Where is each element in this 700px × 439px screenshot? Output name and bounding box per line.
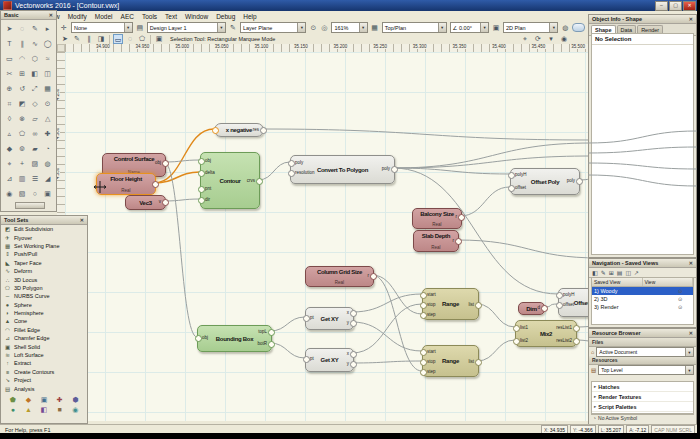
- basic-tool-icon-24[interactable]: ◊: [3, 111, 16, 126]
- zoom-tool-icon[interactable]: ◎: [320, 23, 328, 33]
- port-out-v[interactable]: [162, 199, 169, 206]
- node-column-grid-size[interactable]: Column Grid SizeRealr: [305, 266, 374, 287]
- basic-tool-icon-45[interactable]: ▧: [16, 186, 29, 201]
- rotation-field[interactable]: ∠ 0.00°▾: [450, 22, 489, 33]
- port-in-dir[interactable]: [198, 197, 205, 204]
- basic-tool-icon-26[interactable]: ▱: [29, 111, 42, 126]
- basic-palette-header[interactable]: Basic ✕: [1, 11, 56, 20]
- port-in-offset[interactable]: [508, 185, 515, 192]
- toolset-item-hemisphere[interactable]: ◗Hemisphere: [1, 309, 87, 317]
- toolset-group-icon-0[interactable]: ⬟: [5, 395, 21, 405]
- toolset-item-edit-subdivision[interactable]: ◩Edit Subdivision: [1, 225, 87, 233]
- basic-tool-icon-23[interactable]: ⊙: [41, 96, 54, 111]
- port-out-d[interactable]: [541, 305, 548, 312]
- zoom-level-dropdown[interactable]: 161%▾: [331, 22, 367, 33]
- port-in-polyH[interactable]: [508, 172, 515, 179]
- grid-icon[interactable]: ▦: [371, 23, 379, 33]
- class-dropdown[interactable]: None▾: [71, 22, 133, 33]
- nav-tool-icon-1[interactable]: ✎: [601, 269, 606, 276]
- port-in-offset[interactable]: [556, 302, 563, 309]
- port-out-list[interactable]: [475, 302, 482, 309]
- node-range-1[interactable]: Rangestartstopsteplist: [422, 288, 479, 320]
- toolset-group-icon-6[interactable]: ▲: [21, 405, 37, 415]
- port-out-resList1[interactable]: [573, 325, 580, 332]
- port-in-stop[interactable]: [420, 359, 427, 366]
- port-out-r[interactable]: [455, 238, 462, 245]
- saved-views-columns[interactable]: Saved ViewView: [592, 278, 693, 287]
- toolset-item-sphere[interactable]: ●Sphere: [1, 301, 87, 309]
- port-out-obj[interactable]: [162, 160, 169, 167]
- toolset-group-icon-4[interactable]: ⬢: [67, 395, 83, 405]
- polygon-marquee-icon[interactable]: ⬠: [137, 34, 147, 44]
- node-convert-to-polygon[interactable]: Convert To Polygonpolyresolutionpoly: [290, 155, 395, 184]
- basic-tool-icon-12[interactable]: ✂: [3, 66, 16, 81]
- minimize-button[interactable]: ‒: [655, 1, 668, 11]
- node-floor-height[interactable]: Floor HeightReal: [96, 173, 156, 195]
- basic-tool-icon-2[interactable]: ✎: [29, 21, 42, 36]
- basic-tool-icon-6[interactable]: ∿: [29, 36, 42, 51]
- saved-view-3-render[interactable]: 3) Render⊙: [592, 303, 693, 311]
- resource-hatches[interactable]: ▸Hatches: [592, 382, 693, 392]
- basic-tool-icon-8[interactable]: ▭: [3, 51, 16, 66]
- port-in-list2[interactable]: [513, 338, 520, 345]
- node-get-xy-1[interactable]: Get XYptxy: [305, 307, 354, 330]
- menu-debug[interactable]: Debug: [212, 13, 239, 20]
- disclosure-icon[interactable]: ▸: [594, 404, 596, 409]
- basic-tool-icon-3[interactable]: ▸: [41, 21, 54, 36]
- attribute-tool-icon[interactable]: ✛: [60, 23, 68, 33]
- visibility-icon[interactable]: ⊙: [309, 23, 317, 33]
- view-dropdown[interactable]: Top/Plan▾: [382, 22, 447, 33]
- toolset-item-project[interactable]: ↘Project: [1, 376, 87, 384]
- basic-tool-icon-33[interactable]: ⊚: [16, 141, 29, 156]
- menu-tools[interactable]: Tools: [138, 13, 161, 20]
- basic-tool-icon-41[interactable]: ▥: [16, 171, 29, 186]
- node-range-2[interactable]: Rangestartstopsteplist: [422, 345, 479, 377]
- toolset-item-fillet-edge[interactable]: ◠Fillet Edge: [1, 326, 87, 334]
- toolset-item-3d-polygon[interactable]: ⬠3D Polygon: [1, 284, 87, 292]
- port-in-start[interactable]: [420, 349, 427, 356]
- toolset-item-3d-locus[interactable]: ∴3D Locus: [1, 275, 87, 283]
- render-options-icon[interactable]: ◍: [561, 23, 569, 33]
- node-vec3[interactable]: Vec3v: [125, 195, 166, 210]
- port-out-x[interactable]: [350, 351, 357, 358]
- basic-tool-icon-5[interactable]: ∥: [16, 36, 29, 51]
- basic-tool-icon-42[interactable]: ☰: [29, 171, 42, 186]
- nav-tool-icon-2[interactable]: ⊞: [609, 269, 614, 276]
- port-out-botR[interactable]: [268, 341, 275, 348]
- node-bounding-box[interactable]: Bounding BoxobjtopLbotR: [197, 325, 272, 352]
- toolset-item-set-working-plane[interactable]: ▦Set Working Plane: [1, 242, 87, 250]
- close-icon[interactable]: ✕: [689, 260, 693, 266]
- toolset-item-chamfer-edge[interactable]: ⊿Chamfer Edge: [1, 334, 87, 342]
- toolset-item-create-contours[interactable]: ≡Create Contours: [1, 368, 87, 376]
- basic-tool-icon-25[interactable]: ⊗: [16, 111, 29, 126]
- nav-tool-icon-0[interactable]: ◧: [592, 269, 598, 276]
- nav-tool-icon-5[interactable]: ↗: [634, 269, 639, 276]
- basic-tool-icon-4[interactable]: T: [3, 36, 16, 51]
- basic-tool-icon-37[interactable]: +: [16, 156, 29, 171]
- port-in-step[interactable]: [420, 312, 427, 319]
- view-visibility-icon[interactable]: ⊙: [667, 288, 693, 294]
- nav-tool-icon-4[interactable]: ◫: [625, 269, 631, 276]
- resource-render-textures[interactable]: ▸Render Textures: [592, 392, 693, 402]
- port-out-poly[interactable]: [391, 166, 398, 173]
- toolset-group-icon-1[interactable]: ◆: [21, 395, 37, 405]
- lasso-marquee-icon[interactable]: ◌: [125, 34, 135, 44]
- basic-tool-icon-30[interactable]: ∞: [29, 126, 42, 141]
- layer-plane-dropdown[interactable]: Layer Plane▾: [240, 22, 307, 33]
- port-out-poly[interactable]: [576, 178, 583, 185]
- snap-point-icon[interactable]: ⌖: [520, 34, 530, 44]
- port-out-resList2[interactable]: [573, 338, 580, 345]
- basic-tool-icon-35[interactable]: ◔: [41, 141, 54, 156]
- basic-tool-icon-11[interactable]: ≈: [41, 51, 54, 66]
- render-mode-dropdown[interactable]: 2D Plan▾: [503, 22, 558, 33]
- selection-tool-icon[interactable]: ➤: [60, 34, 70, 44]
- close-icon[interactable]: ✕: [689, 16, 693, 22]
- view-visibility-icon[interactable]: ⊙: [667, 304, 693, 310]
- disclosure-icon[interactable]: ▸: [594, 394, 596, 399]
- toolset-item-nurbs-curve[interactable]: ∼NURBS Curve: [1, 292, 87, 300]
- port-in-obj[interactable]: [198, 158, 205, 165]
- design-layer-dropdown[interactable]: Design Layer 1▾: [147, 22, 226, 33]
- close-button[interactable]: ✕: [683, 1, 696, 11]
- basic-tool-icon-16[interactable]: ⊕: [3, 81, 16, 96]
- basic-tool-icon-10[interactable]: ⬡: [29, 51, 42, 66]
